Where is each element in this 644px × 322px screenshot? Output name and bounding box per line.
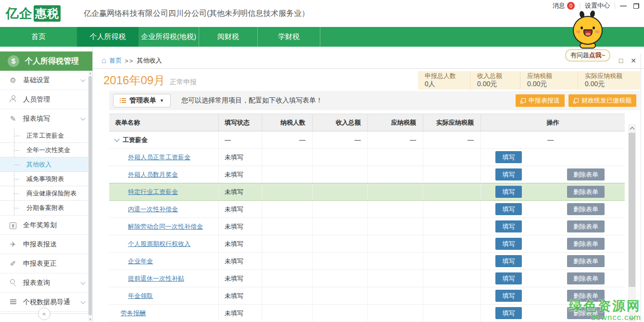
sidebar-collapse-button[interactable]: « bbox=[38, 308, 51, 320]
table-row[interactable]: 解除劳动合同一次性补偿金 未填写 填写 删除表单 bbox=[109, 218, 625, 235]
tax-payable-cell bbox=[368, 183, 423, 200]
sidebar-item-report-query[interactable]: 报表查询 bbox=[0, 273, 92, 293]
form-name-link[interactable]: 企业年金 bbox=[128, 257, 153, 266]
nav-item-home[interactable]: 首页 bbox=[0, 27, 77, 47]
form-name-link[interactable]: 内退一次性补偿金 bbox=[128, 205, 178, 214]
sidebar-item-bonus-planning[interactable]: ¥ 全年奖筹划 bbox=[0, 216, 92, 235]
toolbar-hint: 您可以选择常用项目，配置如下收入填写表单！ bbox=[181, 96, 323, 105]
delete-form-button[interactable]: 删除表单 bbox=[567, 307, 605, 319]
scroll-up-icon[interactable]: ▲ bbox=[88, 71, 92, 76]
delete-form-button[interactable]: 删除表单 bbox=[567, 272, 605, 284]
sidebar-subitem-annual-bonus[interactable]: 全年一次性奖金 bbox=[0, 143, 92, 157]
form-name-link[interactable]: 提前退休一次性补贴 bbox=[128, 274, 184, 283]
form-name-link[interactable]: 解除劳动合同一次性补偿金 bbox=[128, 222, 203, 231]
form-name-link[interactable]: 劳务报酬 bbox=[121, 309, 146, 318]
table-row[interactable]: 外籍人员正常工资薪金 未填写 填写 删除表单 bbox=[109, 149, 625, 166]
fill-status-cell: 未填写 bbox=[219, 149, 262, 166]
breadcrumb-home-link[interactable]: 首页 bbox=[109, 56, 122, 65]
actions-cell: 填写 删除表单 bbox=[481, 287, 625, 304]
manage-forms-button[interactable]: 管理表单 ▼ bbox=[113, 94, 171, 107]
actual-tax-payable-cell bbox=[423, 253, 481, 270]
sidebar-subitem-other-income[interactable]: 其他收入 bbox=[0, 157, 92, 172]
sidebar-item-basic-settings[interactable]: ⚙ 基础设置 bbox=[0, 71, 92, 90]
table-row[interactable]: 劳务报酬 未填写 填写 删除表单 bbox=[109, 305, 625, 322]
delete-form-button[interactable]: 删除表单 bbox=[567, 255, 605, 267]
panel-close-icon[interactable]: ✕ bbox=[631, 57, 636, 64]
scrollbar-thumb[interactable] bbox=[88, 76, 92, 315]
actual-tax-payable-cell bbox=[423, 270, 481, 287]
actions-cell: 填写 删除表单 bbox=[481, 305, 625, 322]
nav-item-personal-income-tax[interactable]: 个人所得税 bbox=[77, 27, 139, 47]
form-name-link[interactable]: 工资薪金 bbox=[123, 136, 148, 144]
sidebar-subitem-health-insurance[interactable]: 商业健康保险附表 bbox=[0, 186, 92, 201]
delete-form-button[interactable]: 删除表单 bbox=[567, 238, 605, 250]
form-name-link[interactable]: 特定行业工资薪金 bbox=[128, 188, 178, 196]
actual-tax-payable-cell bbox=[423, 201, 481, 218]
table-row[interactable]: 工资薪金 — — — — — 填写 删除表单 — bbox=[109, 131, 625, 149]
scroll-up-icon[interactable] bbox=[628, 124, 636, 132]
fill-button[interactable]: 填写 bbox=[495, 272, 522, 284]
delete-form-button[interactable]: 删除表单 bbox=[567, 186, 605, 198]
table-row[interactable]: 特定行业工资薪金 未填写 填写 删除表单 bbox=[109, 183, 625, 201]
nav-item-read-tax[interactable]: 阅财税 bbox=[199, 27, 258, 47]
fill-button[interactable]: 填写 bbox=[495, 220, 522, 232]
fill-button[interactable]: 填写 bbox=[495, 255, 522, 267]
sidebar-subitem-installment-record[interactable]: 分期备案附表 bbox=[0, 201, 92, 215]
panel-restore-icon[interactable]: □ bbox=[619, 57, 623, 64]
form-name-link[interactable]: 个人股票期权行权收入 bbox=[128, 240, 190, 248]
table-row[interactable]: 企业年金 未填写 填写 删除表单 bbox=[109, 253, 625, 270]
tax-payable-cell: — bbox=[368, 131, 423, 148]
tax-payable-cell bbox=[368, 287, 423, 304]
fill-button[interactable]: 填写 bbox=[495, 203, 522, 215]
sidebar-item-report-submission[interactable]: ✈ 申报表报送 bbox=[0, 235, 92, 254]
scroll-down-icon[interactable]: ▼ bbox=[88, 317, 92, 322]
minimize-icon[interactable]: — bbox=[620, 2, 627, 10]
nav-item-corporate-income-tax[interactable]: 企业所得税(地税) bbox=[139, 27, 199, 47]
form-name-link[interactable]: 外籍人员正常工资薪金 bbox=[128, 153, 190, 162]
sidebar-scrollbar[interactable]: ▲ ▼ bbox=[88, 71, 92, 322]
submit-declaration-button[interactable]: 申报表报送 bbox=[516, 94, 565, 107]
nav-item-learn-tax[interactable]: 学财税 bbox=[258, 27, 320, 47]
scrollbar-thumb[interactable] bbox=[629, 133, 635, 287]
home-icon[interactable]: ⌂ bbox=[101, 56, 106, 65]
form-name-link[interactable]: 外籍人员数月奖金 bbox=[128, 170, 178, 179]
fill-button[interactable]: 填写 bbox=[495, 307, 522, 319]
total-income-cell bbox=[313, 235, 368, 252]
table-row[interactable]: 外籍人员数月奖金 未填写 填写 删除表单 bbox=[109, 166, 625, 183]
taxpayer-count-cell bbox=[262, 166, 313, 183]
table-row[interactable]: 提前退休一次性补贴 未填写 填写 删除表单 bbox=[109, 270, 625, 287]
fill-status-cell: 未填写 bbox=[219, 201, 262, 218]
delete-form-button[interactable]: 删除表单 bbox=[567, 203, 605, 215]
scroll-down-icon[interactable] bbox=[628, 314, 636, 322]
delete-form-button[interactable]: 删除表单 bbox=[567, 220, 605, 232]
delete-form-button[interactable]: 删除表单 bbox=[567, 290, 605, 302]
help-bubble[interactable]: 有问题点我~ bbox=[565, 49, 611, 62]
settings-center-link[interactable]: 设置中心 bbox=[585, 1, 610, 10]
fill-button[interactable]: 填写 bbox=[495, 151, 522, 163]
table-scrollbar[interactable] bbox=[628, 124, 636, 322]
finance-paid-tax-button[interactable]: 财政统发已缴税额 bbox=[568, 94, 636, 107]
fill-button[interactable]: 填写 bbox=[495, 238, 522, 250]
sidebar-subitem-deduction-schedule[interactable]: 减免事项附表 bbox=[0, 172, 92, 186]
fill-status-cell: — bbox=[219, 131, 262, 148]
group-collapse-icon[interactable] bbox=[114, 136, 119, 142]
total-income-cell bbox=[313, 253, 368, 270]
sidebar-title: $ 个人所得税管理 bbox=[0, 52, 92, 71]
sidebar-item-personnel[interactable]: 人员管理 bbox=[0, 90, 92, 109]
sidebar-subitem-normal-salary[interactable]: 正常工资薪金 bbox=[0, 129, 92, 143]
fill-button[interactable]: 填写 bbox=[495, 290, 522, 302]
restore-window-icon[interactable] bbox=[633, 3, 639, 9]
table-row[interactable]: 个人股票期权行权收入 未填写 填写 删除表单 bbox=[109, 235, 625, 253]
declaration-mode: 正常申报 bbox=[170, 78, 197, 87]
form-name-link[interactable]: 年金领取 bbox=[128, 292, 153, 300]
help-mascot[interactable]: 有问题点我~ bbox=[556, 16, 619, 62]
table-row[interactable]: 年金领取 未填写 填写 删除表单 bbox=[109, 287, 625, 305]
sidebar-item-report-correction[interactable]: ✐ 申报表更正 bbox=[0, 254, 92, 273]
fill-button[interactable]: 填写 bbox=[495, 168, 522, 180]
table-row[interactable]: 内退一次性补偿金 未填写 填写 删除表单 bbox=[109, 201, 625, 218]
delete-form-button[interactable]: 删除表单 bbox=[567, 168, 605, 180]
sidebar-item-report-filling[interactable]: ✎ 报表填写 bbox=[0, 109, 92, 129]
fill-button[interactable]: 填写 bbox=[495, 186, 522, 198]
messages-link[interactable]: 消息0 bbox=[553, 1, 575, 10]
total-income-cell bbox=[313, 149, 368, 166]
